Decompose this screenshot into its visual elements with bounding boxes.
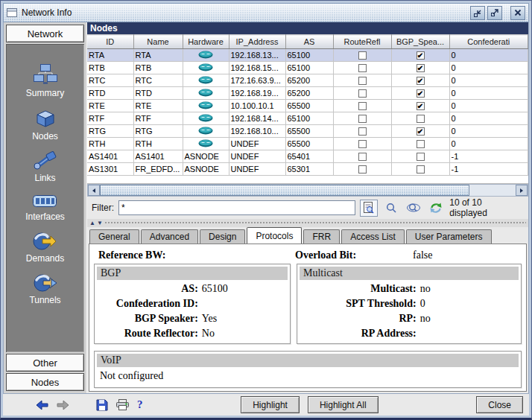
as-cell: 65301 xyxy=(285,163,333,176)
table-row[interactable]: RTERTE10.100.10.165500✔0 xyxy=(87,100,528,112)
scrollbar-thumb[interactable] xyxy=(100,185,469,196)
table-row[interactable]: AS1401AS1401ASNODEUNDEF65401-1 xyxy=(87,150,528,163)
unchecked-checkbox[interactable] xyxy=(417,115,425,123)
unchecked-checkbox[interactable] xyxy=(358,127,367,136)
protocols-tab-panel: Reference BW: Overload Bit: false BGP AS… xyxy=(89,244,527,392)
table-row[interactable]: RTDRTD192.168.19...65200✔0 xyxy=(87,87,528,100)
column-header[interactable]: IP_Address xyxy=(229,35,285,49)
tab-general[interactable]: General xyxy=(89,229,139,244)
back-button[interactable] xyxy=(36,400,48,410)
bgp-speaker-cell: ✔ xyxy=(391,62,449,74)
save-button[interactable] xyxy=(96,399,108,411)
column-header[interactable]: AS xyxy=(285,35,333,49)
sidebar-item-demands[interactable]: Demands xyxy=(26,232,64,264)
multicast-field: RP:no xyxy=(300,311,519,326)
as-cell: 65401 xyxy=(285,150,333,163)
highlight-all-button[interactable]: Highlight All xyxy=(308,396,379,413)
unchecked-checkbox[interactable] xyxy=(358,165,367,174)
column-header[interactable]: Hardware xyxy=(183,35,229,49)
multicast-field-label: RP: xyxy=(300,311,420,326)
splitter-collapse-down-icon[interactable]: ▼ xyxy=(97,220,103,226)
tab-design[interactable]: Design xyxy=(200,229,245,244)
filter-bar: Filter: xyxy=(87,197,528,219)
zoom-selection-button[interactable] xyxy=(405,200,422,217)
table-row[interactable]: RTBRTB192.168.15...65100✔0 xyxy=(87,62,528,74)
nodes-panel-title: Nodes xyxy=(87,22,528,34)
help-button[interactable]: ? xyxy=(137,399,143,410)
multicast-group-title: Multicast xyxy=(300,267,519,280)
route-refl-cell xyxy=(333,49,391,62)
table-row[interactable]: AS1301FR_EDFD...ASNODEUNDEF65301-1 xyxy=(87,163,528,176)
checked-checkbox[interactable]: ✔ xyxy=(417,127,425,136)
checked-checkbox[interactable]: ✔ xyxy=(417,64,425,72)
filter-input[interactable] xyxy=(118,200,355,215)
voip-status-text: Not configured xyxy=(97,369,519,385)
zoom-button[interactable] xyxy=(382,200,400,217)
unchecked-checkbox[interactable] xyxy=(358,140,367,148)
tab-frr[interactable]: FRR xyxy=(303,229,340,244)
table-row[interactable]: RTGRTG192.168.10...65500✔0 xyxy=(87,125,528,138)
table-row[interactable]: RTHRTHUNDEF655000 xyxy=(87,138,528,150)
horizontal-scrollbar[interactable] xyxy=(87,184,528,197)
unchecked-checkbox[interactable] xyxy=(358,115,367,123)
sidebar-other-button[interactable]: Other xyxy=(6,354,84,372)
column-header[interactable]: BGP_Spea... xyxy=(391,35,449,49)
close-button[interactable]: Close xyxy=(476,396,523,413)
unchecked-checkbox[interactable] xyxy=(358,77,367,85)
column-header[interactable]: ID xyxy=(87,35,133,49)
restore-button[interactable] xyxy=(470,6,485,20)
checked-checkbox[interactable]: ✔ xyxy=(417,102,425,110)
sidebar-item-links[interactable]: Links xyxy=(33,151,58,183)
unchecked-checkbox[interactable] xyxy=(358,153,367,161)
checked-checkbox[interactable]: ✔ xyxy=(417,77,425,85)
sidebar: Network SummaryNodesLinksInterfacesDeman… xyxy=(4,22,87,393)
sidebar-item-interfaces[interactable]: Interfaces xyxy=(25,193,65,222)
unchecked-checkbox[interactable] xyxy=(358,51,367,60)
sidebar-item-summary[interactable]: Summary xyxy=(26,63,64,98)
tab-protocols[interactable]: Protocols xyxy=(247,227,302,244)
splitter-collapse-up-icon[interactable]: ▲ xyxy=(89,220,95,226)
column-header[interactable]: RouteRefl xyxy=(333,35,391,49)
sidebar-network-button[interactable]: Network xyxy=(6,25,84,42)
bgp-speaker-cell: ✔ xyxy=(391,49,449,62)
sidebar-nodes-button[interactable]: Nodes xyxy=(6,373,84,391)
scrollbar-track[interactable] xyxy=(469,185,516,196)
zoom-icon xyxy=(385,202,397,214)
unchecked-checkbox[interactable] xyxy=(417,165,425,174)
as-cell: 65500 xyxy=(285,138,333,150)
sidebar-item-tunnels[interactable]: Tunnels xyxy=(29,273,60,305)
hardware-cell xyxy=(183,62,229,74)
sidebar-item-nodes[interactable]: Nodes xyxy=(32,108,58,141)
unchecked-checkbox[interactable] xyxy=(358,64,367,72)
split-pane-divider[interactable]: ▲ ▼ xyxy=(87,219,528,227)
hardware-cell xyxy=(183,74,229,87)
table-row[interactable]: RTFRTF192.168.14...651000 xyxy=(87,112,528,125)
print-button[interactable] xyxy=(116,399,129,410)
title-bar[interactable]: Network Info xyxy=(3,3,529,22)
router-icon xyxy=(198,76,213,84)
table-row[interactable]: RTCRTC172.16.63.9...65200✔0 xyxy=(87,74,528,87)
column-header[interactable]: Confederati xyxy=(449,35,528,49)
id-cell: RTG xyxy=(87,125,133,138)
close-window-button[interactable] xyxy=(510,6,525,20)
hardware-cell xyxy=(183,49,229,62)
forward-button[interactable] xyxy=(57,400,69,410)
router-icon xyxy=(198,114,213,122)
unchecked-checkbox[interactable] xyxy=(417,153,425,161)
unchecked-checkbox[interactable] xyxy=(358,102,367,110)
unchecked-checkbox[interactable] xyxy=(417,140,425,148)
refresh-button[interactable] xyxy=(427,200,445,217)
scroll-left-button[interactable] xyxy=(88,185,100,196)
scroll-right-button[interactable] xyxy=(516,185,528,196)
table-row[interactable]: RTARTA192.168.13...65100✔0 xyxy=(87,49,528,62)
unchecked-checkbox[interactable] xyxy=(358,89,367,98)
checked-checkbox[interactable]: ✔ xyxy=(417,51,425,60)
highlight-button[interactable]: Highlight xyxy=(241,396,300,413)
preview-report-button[interactable] xyxy=(360,200,378,217)
tab-advanced[interactable]: Advanced xyxy=(141,229,198,244)
tab-user-parameters[interactable]: User Parameters xyxy=(406,229,492,244)
checked-checkbox[interactable]: ✔ xyxy=(417,89,425,98)
tab-access-list[interactable]: Access List xyxy=(341,229,405,244)
column-header[interactable]: Name xyxy=(133,35,183,49)
maximize-button[interactable] xyxy=(487,6,502,20)
